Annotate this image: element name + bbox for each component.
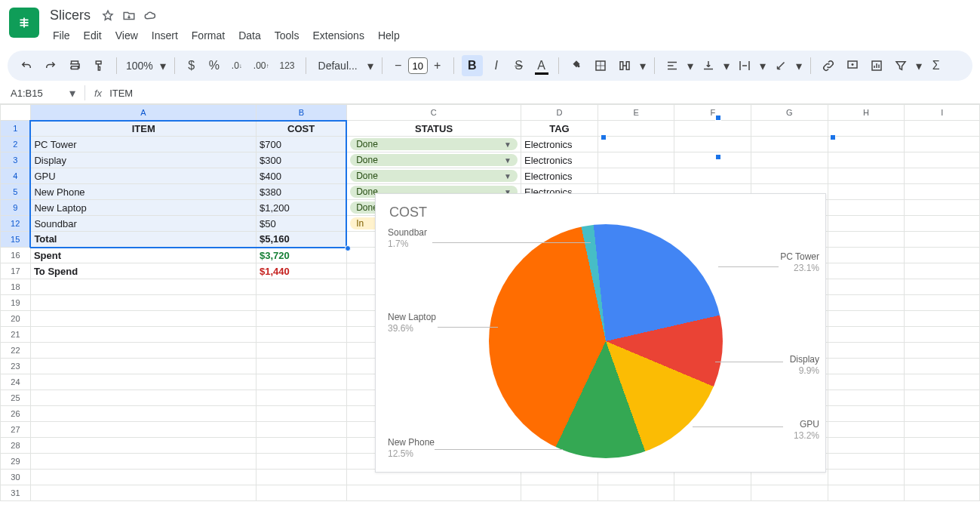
row-header[interactable]: 23	[1, 359, 31, 374]
cell[interactable]	[828, 184, 905, 200]
cell[interactable]: To Spend	[30, 263, 256, 279]
cell[interactable]	[30, 359, 256, 374]
cell[interactable]: $50	[256, 216, 346, 232]
bold-button[interactable]: B	[462, 55, 483, 76]
col-header-d[interactable]: D	[521, 105, 598, 121]
chevron-down-icon[interactable]: ▾	[759, 59, 766, 73]
cell[interactable]	[905, 184, 980, 200]
col-header-c[interactable]: C	[346, 105, 521, 121]
increase-decimal-button[interactable]: .00↑	[250, 55, 272, 76]
row-header[interactable]: 2	[1, 137, 31, 152]
cell[interactable]	[256, 454, 346, 470]
name-box[interactable]: A1:B15	[8, 86, 65, 100]
cell[interactable]: Electronics	[521, 152, 598, 168]
cell[interactable]	[828, 200, 905, 216]
cell[interactable]	[751, 168, 828, 184]
borders-button[interactable]	[591, 55, 610, 76]
row-header[interactable]: 30	[1, 470, 31, 485]
cell[interactable]	[905, 216, 980, 232]
row-header[interactable]: 19	[1, 295, 31, 311]
cell[interactable]	[256, 359, 346, 374]
cell[interactable]	[598, 168, 674, 184]
row-header[interactable]: 9	[1, 200, 31, 216]
cell[interactable]	[905, 454, 980, 470]
italic-button[interactable]: I	[487, 55, 505, 76]
cell[interactable]	[828, 454, 905, 470]
cell[interactable]	[30, 311, 256, 327]
menu-edit[interactable]: Edit	[78, 26, 108, 45]
merge-button[interactable]	[615, 55, 634, 76]
cell[interactable]	[256, 390, 346, 406]
menu-view[interactable]: View	[109, 26, 144, 45]
cell[interactable]	[256, 295, 346, 311]
cell[interactable]	[905, 470, 980, 485]
cell[interactable]	[828, 248, 905, 263]
fill-color-button[interactable]	[567, 55, 586, 76]
font-size-input[interactable]	[408, 57, 428, 74]
cell[interactable]	[905, 152, 980, 168]
cell[interactable]	[905, 263, 980, 279]
cell[interactable]	[30, 470, 256, 485]
doc-title[interactable]: Slicers	[47, 6, 94, 25]
cell[interactable]: Electronics	[521, 168, 598, 184]
cell[interactable]: $5,160	[256, 232, 346, 248]
cell[interactable]: $400	[256, 168, 346, 184]
cell[interactable]	[905, 248, 980, 263]
row-header[interactable]: 31	[1, 485, 31, 501]
cell[interactable]	[674, 168, 751, 184]
cell[interactable]: $300	[256, 152, 346, 168]
cell[interactable]	[256, 470, 346, 485]
resize-handle[interactable]	[830, 134, 836, 140]
row-header[interactable]: 1	[1, 121, 31, 137]
cell[interactable]: GPU	[30, 168, 256, 184]
row-header[interactable]: 12	[1, 216, 31, 232]
move-icon[interactable]	[122, 9, 136, 23]
cloud-icon[interactable]	[143, 9, 157, 23]
cell[interactable]	[30, 390, 256, 406]
menu-help[interactable]: Help	[372, 26, 406, 45]
cell[interactable]	[828, 406, 905, 422]
cell[interactable]	[905, 438, 980, 454]
cell[interactable]	[828, 470, 905, 485]
cell[interactable]	[828, 137, 905, 152]
increase-font-button[interactable]: +	[429, 57, 446, 74]
cell[interactable]: New Phone	[30, 184, 256, 200]
cell[interactable]: Display	[30, 152, 256, 168]
cell[interactable]	[256, 422, 346, 438]
cell[interactable]: $380	[256, 184, 346, 200]
chevron-down-icon[interactable]: ▾	[639, 59, 647, 73]
row-header[interactable]: 25	[1, 390, 31, 406]
print-button[interactable]	[65, 55, 84, 76]
cell[interactable]	[674, 485, 751, 501]
cell[interactable]	[30, 422, 256, 438]
decrease-font-button[interactable]: −	[390, 57, 407, 74]
chevron-down-icon[interactable]: ▾	[69, 86, 75, 100]
cell[interactable]: New Laptop	[30, 200, 256, 216]
cell[interactable]: ITEM	[30, 121, 256, 137]
resize-handle[interactable]	[601, 134, 607, 140]
cell[interactable]	[256, 438, 346, 454]
cell[interactable]	[828, 359, 905, 374]
cell[interactable]: $700	[256, 137, 346, 152]
menu-format[interactable]: Format	[186, 26, 231, 45]
cell[interactable]	[828, 263, 905, 279]
cell[interactable]	[905, 232, 980, 248]
redo-button[interactable]	[41, 55, 60, 76]
cell[interactable]	[30, 295, 256, 311]
col-header-a[interactable]: A	[30, 105, 256, 121]
row-header[interactable]: 4	[1, 168, 31, 184]
row-header[interactable]: 3	[1, 152, 31, 168]
row-header[interactable]: 22	[1, 343, 31, 359]
row-header[interactable]: 27	[1, 422, 31, 438]
cell[interactable]	[905, 200, 980, 216]
cell[interactable]	[256, 485, 346, 501]
cell[interactable]	[905, 374, 980, 390]
row-header[interactable]: 26	[1, 406, 31, 422]
cell[interactable]	[598, 485, 674, 501]
selection-handle[interactable]	[345, 245, 351, 251]
formula-input[interactable]: ITEM	[109, 88, 133, 99]
cell[interactable]: STATUS	[346, 121, 521, 137]
undo-button[interactable]	[17, 55, 36, 76]
cell[interactable]	[905, 390, 980, 406]
cell[interactable]	[256, 279, 346, 295]
